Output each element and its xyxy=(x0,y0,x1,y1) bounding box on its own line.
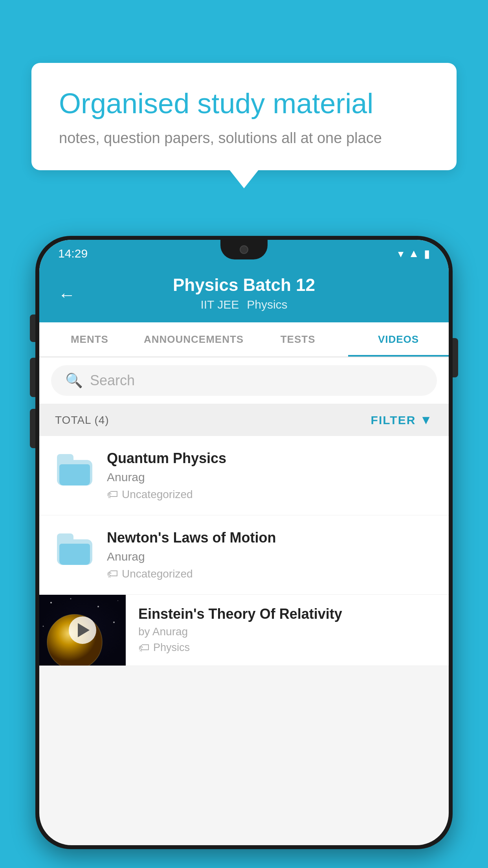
header-subtitle: IIT JEE Physics xyxy=(200,298,287,311)
volume-down-button xyxy=(30,409,35,448)
filter-icon: ▼ xyxy=(420,413,433,427)
tag-icon: 🏷 xyxy=(138,641,149,654)
folder-icon xyxy=(57,533,92,565)
search-placeholder: Search xyxy=(90,372,135,389)
tag-label: Physics xyxy=(153,642,190,654)
tag-icon: 🏷 xyxy=(107,567,118,580)
item-tag: 🏷 Physics xyxy=(138,641,436,654)
list-item[interactable]: Einstein's Theory Of Relativity by Anura… xyxy=(39,595,449,666)
bubble-title: Organised study material xyxy=(59,86,429,120)
back-button[interactable]: ← xyxy=(58,285,75,305)
search-bar[interactable]: 🔍 Search xyxy=(51,365,437,396)
tag-label: Uncategorized xyxy=(122,488,193,501)
speech-bubble: Organised study material notes, question… xyxy=(31,63,457,170)
svg-point-5 xyxy=(43,626,44,627)
list-item[interactable]: Quantum Physics Anurag 🏷 Uncategorized xyxy=(39,436,449,515)
item-tag: 🏷 Uncategorized xyxy=(107,567,433,580)
list-item[interactable]: Newton's Laws of Motion Anurag 🏷 Uncateg… xyxy=(39,515,449,595)
subtitle-iit: IIT JEE xyxy=(200,298,239,311)
tag-label: Uncategorized xyxy=(122,568,193,580)
bubble-subtitle: notes, question papers, solutions all at… xyxy=(59,130,429,147)
tag-icon: 🏷 xyxy=(107,488,118,501)
phone-mockup: 14:29 ▾ ▲ ▮ ← Physics Batch 12 IIT JEE P… xyxy=(35,236,453,849)
phone-screen: 14:29 ▾ ▲ ▮ ← Physics Batch 12 IIT JEE P… xyxy=(39,240,449,845)
tab-tests[interactable]: TESTS xyxy=(248,322,348,357)
item-title: Newton's Laws of Motion xyxy=(107,530,433,546)
power-button xyxy=(453,338,458,377)
svg-point-4 xyxy=(117,600,118,601)
search-bar-wrapper: 🔍 Search xyxy=(39,357,449,404)
screen-title: Physics Batch 12 xyxy=(173,275,315,295)
filter-label: FILTER xyxy=(371,414,416,427)
item-info: Quantum Physics Anurag 🏷 Uncategorized xyxy=(107,450,433,501)
item-info: Newton's Laws of Motion Anurag 🏷 Uncateg… xyxy=(107,530,433,580)
status-time: 14:29 xyxy=(58,247,88,260)
item-author: by Anurag xyxy=(138,625,436,638)
tab-videos[interactable]: VIDEOS xyxy=(348,322,449,357)
tab-ments[interactable]: MENTS xyxy=(39,322,140,357)
play-button[interactable] xyxy=(69,616,96,644)
notch xyxy=(220,240,268,259)
filter-bar: TOTAL (4) FILTER ▼ xyxy=(39,404,449,436)
subtitle-physics: Physics xyxy=(247,298,287,311)
search-icon: 🔍 xyxy=(65,372,83,389)
wifi-icon: ▾ xyxy=(398,247,404,260)
svg-point-1 xyxy=(50,602,52,603)
total-count: TOTAL (4) xyxy=(55,414,109,427)
item-info: Einstein's Theory Of Relativity by Anura… xyxy=(126,595,449,665)
tab-announcements[interactable]: ANNOUNCEMENTS xyxy=(140,322,248,357)
item-author: Anurag xyxy=(107,471,433,484)
status-bar: 14:29 ▾ ▲ ▮ xyxy=(39,240,449,267)
filter-button[interactable]: FILTER ▼ xyxy=(371,413,433,427)
battery-icon: ▮ xyxy=(424,247,430,260)
svg-point-6 xyxy=(113,622,115,623)
item-thumbnail xyxy=(55,530,94,569)
play-triangle xyxy=(78,623,90,637)
item-title: Quantum Physics xyxy=(107,450,433,467)
app-header: ← Physics Batch 12 IIT JEE Physics xyxy=(39,267,449,322)
svg-point-2 xyxy=(70,598,72,600)
svg-point-3 xyxy=(97,606,99,607)
tab-bar: MENTS ANNOUNCEMENTS TESTS VIDEOS xyxy=(39,322,449,357)
video-thumbnail xyxy=(39,595,126,666)
folder-icon xyxy=(57,454,92,485)
item-author: Anurag xyxy=(107,550,433,563)
volume-silent-button xyxy=(30,314,35,342)
item-tag: 🏷 Uncategorized xyxy=(107,488,433,501)
video-list: Quantum Physics Anurag 🏷 Uncategorized xyxy=(39,436,449,666)
volume-up-button xyxy=(30,358,35,397)
item-title: Einstein's Theory Of Relativity xyxy=(138,606,436,622)
camera xyxy=(240,245,248,254)
signal-icon: ▲ xyxy=(408,247,419,260)
item-thumbnail xyxy=(55,450,94,489)
status-icons: ▾ ▲ ▮ xyxy=(398,247,430,260)
